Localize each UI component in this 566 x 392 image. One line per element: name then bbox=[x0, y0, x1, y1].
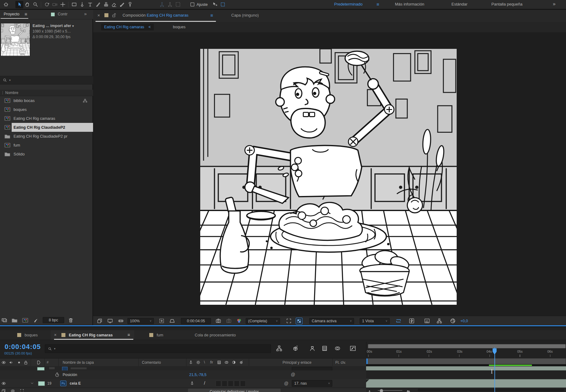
grid-guides-icon[interactable] bbox=[159, 318, 165, 324]
time-ruler[interactable]: 0:00s 01s 02s 03s 04s 05s 06s bbox=[366, 342, 566, 357]
new-folder-icon[interactable] bbox=[11, 318, 18, 323]
interpret-footage-icon[interactable] bbox=[33, 317, 39, 323]
flowchart-mini-icon[interactable] bbox=[83, 98, 88, 103]
quality-switch-icon[interactable]: / bbox=[204, 380, 205, 386]
eye-icon[interactable] bbox=[1, 381, 6, 386]
hand-tool[interactable] bbox=[23, 1, 31, 8]
project-search[interactable]: ▾ bbox=[0, 76, 93, 84]
layer-row-clipped[interactable] bbox=[0, 366, 366, 370]
name-column-header[interactable]: Nombre bbox=[0, 90, 93, 96]
zoom-out-mountain-icon[interactable] bbox=[368, 388, 372, 392]
layer-row-19[interactable]: 19 Ps ceia E / @ 17. nas˅ bbox=[0, 379, 366, 388]
eraser-tool[interactable] bbox=[110, 1, 118, 8]
show-snapshot-icon[interactable] bbox=[226, 318, 232, 324]
type-tool[interactable] bbox=[86, 1, 94, 8]
new-composition-icon[interactable] bbox=[22, 318, 29, 323]
layer-name[interactable]: ceia E bbox=[70, 381, 81, 386]
info-panel-icon[interactable] bbox=[1, 317, 7, 323]
pick-whip-icon[interactable]: @ bbox=[284, 381, 288, 386]
unlock-icon[interactable] bbox=[111, 13, 117, 18]
quality-switch-icon[interactable]: \ bbox=[204, 360, 205, 364]
stopwatch-icon[interactable] bbox=[55, 372, 60, 377]
property-value[interactable]: 21,5,-78,5 bbox=[189, 373, 206, 377]
workspace-menu-icon[interactable]: ≡ bbox=[377, 2, 379, 7]
bpc-button[interactable]: 8 bpc bbox=[43, 317, 64, 323]
collapse-switch-icon[interactable] bbox=[196, 360, 201, 365]
pixel-aspect-icon[interactable] bbox=[395, 318, 402, 324]
parent-dropdown[interactable]: 17. nas˅ bbox=[292, 380, 332, 387]
tab-project[interactable]: Proyecto bbox=[4, 12, 19, 16]
shy-layers-icon[interactable] bbox=[309, 345, 316, 352]
fast-previews-icon[interactable] bbox=[409, 318, 415, 324]
snap-checkbox[interactable] bbox=[190, 2, 195, 7]
tab-render-queue[interactable]: Cola de procesamiento bbox=[195, 333, 236, 337]
trash-icon[interactable] bbox=[68, 317, 74, 323]
eye-icon[interactable] bbox=[1, 360, 6, 365]
current-timecode[interactable]: 0:00:04:05 bbox=[5, 343, 41, 351]
pin-cursor-tool[interactable] bbox=[211, 1, 219, 8]
work-area-bar[interactable] bbox=[368, 344, 566, 348]
mask-visibility-icon[interactable] bbox=[169, 318, 175, 324]
pick-whip-icon[interactable]: @ bbox=[291, 372, 295, 377]
comp-tab-menu-icon[interactable]: ≡ bbox=[210, 13, 213, 18]
time-navigator[interactable] bbox=[366, 358, 566, 364]
brackets-icon[interactable] bbox=[20, 389, 24, 392]
breadcrumb-back-icon[interactable]: < bbox=[149, 25, 151, 29]
frame-blend-switch-icon[interactable] bbox=[217, 360, 221, 365]
workspace-mas-informacion[interactable]: Más información bbox=[395, 2, 424, 6]
timeline-panel-icon[interactable] bbox=[424, 318, 430, 324]
comp-tab-label[interactable]: Composición Eating CH Rig camaras bbox=[123, 13, 189, 18]
solo-icon[interactable] bbox=[17, 360, 21, 365]
project-item[interactable]: Sólido bbox=[0, 150, 93, 159]
tab-menu-icon[interactable]: ≡ bbox=[127, 332, 130, 337]
view-dropdown[interactable]: Cámara activa˅ bbox=[309, 318, 354, 324]
project-item[interactable]: biblio bocas bbox=[0, 96, 93, 105]
close-tab-icon[interactable]: × bbox=[97, 13, 100, 18]
toggle-switches-button[interactable]: Conmutar definidores / modos bbox=[188, 389, 281, 392]
home-button[interactable] bbox=[2, 1, 10, 8]
project-item[interactable]: Eating CH Rig ClaudiadeP2 pr bbox=[0, 132, 93, 141]
rectangle-tool[interactable] bbox=[70, 1, 78, 8]
project-item[interactable]: boques bbox=[0, 105, 93, 114]
pan-behind-tool[interactable] bbox=[59, 1, 67, 8]
project-item[interactable]: fum bbox=[0, 141, 93, 150]
motion-blur-icon[interactable] bbox=[334, 345, 341, 352]
anchor-switch-icon[interactable] bbox=[190, 381, 194, 386]
current-time-field[interactable]: 0:00:04:05 bbox=[181, 318, 211, 324]
transparency-grid-icon[interactable] bbox=[296, 318, 303, 324]
position-track[interactable] bbox=[366, 370, 566, 379]
project-item[interactable]: Eating CH Rig camaras bbox=[0, 114, 93, 123]
close-tab-icon[interactable]: × bbox=[54, 332, 57, 337]
always-preview-icon[interactable] bbox=[97, 318, 103, 324]
timeline-search[interactable]: ▾ bbox=[45, 344, 271, 353]
comp-canvas[interactable] bbox=[200, 49, 457, 305]
render-order-icon[interactable] bbox=[1, 389, 6, 392]
zoom-tool[interactable] bbox=[31, 1, 39, 8]
clone-stamp-tool[interactable] bbox=[102, 1, 110, 8]
layer-19-duration-bar[interactable] bbox=[366, 379, 566, 388]
tab-eating-ch-rig-camaras[interactable]: Eating CH Rig camaras bbox=[69, 333, 113, 337]
brush-tool[interactable] bbox=[94, 1, 102, 8]
dropdown-triangle-icon[interactable]: ▾ bbox=[72, 24, 74, 28]
tab-boques[interactable]: boques bbox=[25, 333, 38, 337]
workspace-estandar[interactable]: Estándar bbox=[451, 2, 467, 6]
lock-icon[interactable] bbox=[23, 360, 28, 365]
channels-icon[interactable] bbox=[236, 318, 242, 324]
tab-controls[interactable]: Contr bbox=[58, 12, 68, 16]
selection-tool[interactable] bbox=[15, 1, 23, 8]
snap-label[interactable]: Ajuste bbox=[197, 2, 208, 7]
draft-3d-icon[interactable] bbox=[292, 345, 299, 352]
comp-viewer[interactable] bbox=[93, 32, 566, 316]
project-item-selected[interactable]: Eating CH Rig ClaudiadeP2 bbox=[0, 123, 93, 132]
region-of-interest-icon[interactable] bbox=[286, 318, 292, 324]
motion-blur-switch-icon[interactable] bbox=[224, 360, 229, 365]
marquee-snap-tool[interactable] bbox=[219, 1, 227, 8]
blend-modes-icon[interactable] bbox=[10, 389, 15, 392]
zoom-in-mountain-icon[interactable] bbox=[406, 388, 411, 392]
camera-tool[interactable] bbox=[51, 1, 59, 8]
panel-menu-icon[interactable]: ≡ bbox=[25, 11, 27, 17]
position-property-row[interactable]: Posición 21,5,-78,5 @ bbox=[0, 370, 366, 379]
pen-tool[interactable] bbox=[78, 1, 86, 8]
anchor-switch-icon[interactable] bbox=[189, 360, 193, 365]
adjustment-switch-icon[interactable] bbox=[232, 360, 236, 365]
